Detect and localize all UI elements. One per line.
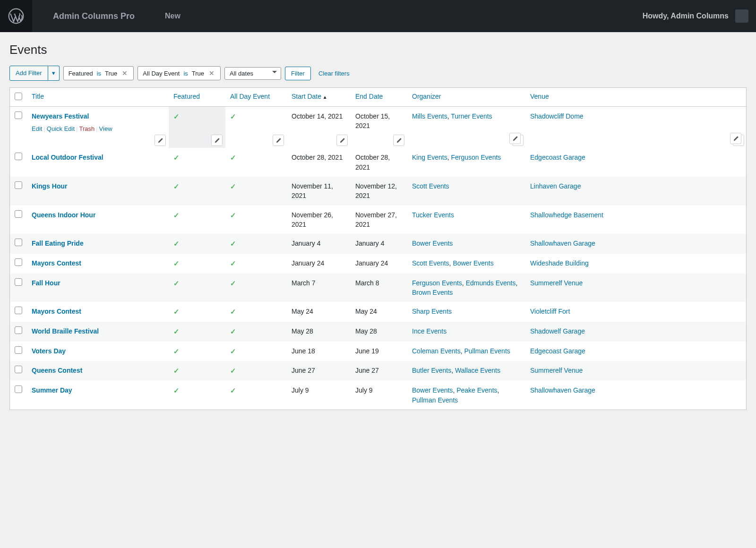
col-start-date[interactable]: Start Date <box>287 88 351 107</box>
add-filter-dropdown[interactable]: ▾ <box>48 66 60 81</box>
organizer-link[interactable]: Pullman Events <box>412 396 458 404</box>
new-content[interactable]: New <box>161 12 180 20</box>
filter-button[interactable]: Filter <box>285 67 311 80</box>
organizer-link[interactable]: Edmunds Events <box>466 279 516 287</box>
edit-link[interactable]: Edit <box>32 125 42 132</box>
row-checkbox[interactable] <box>15 153 22 160</box>
clear-filters-link[interactable]: Clear filters <box>315 67 353 80</box>
inline-edit-icon[interactable] <box>211 135 223 146</box>
trash-link[interactable]: Trash <box>79 125 94 132</box>
inline-edit-icon[interactable] <box>730 133 741 144</box>
organizer-link[interactable]: Pullman Events <box>464 347 510 355</box>
end-date: January 4 <box>355 240 384 247</box>
event-title-link[interactable]: Mayors Contest <box>32 308 81 315</box>
check-icon: ✓ <box>230 112 236 120</box>
venue-link[interactable]: Shallowhaven Garage <box>530 240 595 247</box>
view-link[interactable]: View <box>99 125 112 132</box>
row-checkbox[interactable] <box>15 307 22 314</box>
inline-edit-icon[interactable] <box>155 135 166 146</box>
end-date: November 12, 2021 <box>355 182 397 199</box>
organizer-link[interactable]: Scott Events <box>412 182 449 190</box>
col-organizer[interactable]: Organizer <box>407 88 525 107</box>
venue-link[interactable]: Edgecoast Garage <box>530 154 585 161</box>
venue-link[interactable]: Summerelf Venue <box>530 279 583 287</box>
dates-select[interactable]: All dates <box>224 67 281 80</box>
col-allday[interactable]: All Day Event <box>225 88 287 107</box>
organizer-link[interactable]: King Events <box>412 154 447 161</box>
table-row: Summer Day✓✓July 9July 9Bower Events, Pe… <box>10 381 747 410</box>
event-title-link[interactable]: Queens Indoor Hour <box>32 211 95 219</box>
row-checkbox[interactable] <box>15 181 22 189</box>
row-checkbox[interactable] <box>15 239 22 246</box>
organizer-link[interactable]: Scott Events <box>412 259 449 267</box>
row-checkbox[interactable] <box>15 326 22 334</box>
event-title-link[interactable]: Summer Day <box>32 386 72 394</box>
organizer-link[interactable]: Tucker Events <box>412 211 454 219</box>
admin-bar: Admin Columns Pro New Howdy, Admin Colum… <box>0 0 756 32</box>
select-all-checkbox[interactable] <box>15 93 22 100</box>
row-checkbox[interactable] <box>15 278 22 286</box>
table-row: Queens Indoor Hour✓✓November 26, 2021Nov… <box>10 206 747 234</box>
inline-edit-icon[interactable] <box>336 135 348 146</box>
table-row: Fall Eating Pride✓✓January 4January 4Bow… <box>10 234 747 254</box>
wordpress-logo[interactable] <box>0 0 32 32</box>
organizer-link[interactable]: Peake Events <box>456 386 497 394</box>
event-title-link[interactable]: Fall Eating Pride <box>32 240 84 247</box>
organizer-link[interactable]: Ferguson Events <box>451 154 501 161</box>
organizer-link[interactable]: Sharp Events <box>412 308 452 315</box>
venue-link[interactable]: Edgecoast Garage <box>530 347 585 355</box>
organizer-link[interactable]: Turner Events <box>451 112 492 120</box>
row-checkbox[interactable] <box>15 210 22 218</box>
organizer-link[interactable]: Bower Events <box>412 386 453 394</box>
avatar <box>735 9 748 23</box>
col-end-date[interactable]: End Date <box>351 88 407 107</box>
venue-link[interactable]: Violetcliff Fort <box>530 308 570 315</box>
event-title-link[interactable]: Kings Hour <box>32 182 67 190</box>
howdy-account[interactable]: Howdy, Admin Columns <box>643 9 748 23</box>
col-venue[interactable]: Venue <box>525 88 747 107</box>
event-title-link[interactable]: Queens Contest <box>32 367 82 374</box>
venue-link[interactable]: Summerelf Venue <box>530 367 583 374</box>
venue-link[interactable]: Shallowhedge Basement <box>530 211 603 219</box>
row-checkbox[interactable] <box>15 346 22 354</box>
inline-edit-icon[interactable] <box>509 133 521 144</box>
organizer-link[interactable]: Wallace Events <box>455 367 500 374</box>
chip-remove-icon[interactable]: ✕ <box>208 69 215 77</box>
start-date: July 9 <box>292 386 309 394</box>
venue-link[interactable]: Shadowcliff Dome <box>530 112 584 120</box>
organizer-link[interactable]: Ince Events <box>412 327 447 335</box>
row-checkbox[interactable] <box>15 366 22 373</box>
venue-link[interactable]: Linhaven Garage <box>530 182 581 190</box>
inline-edit-icon[interactable] <box>393 135 404 146</box>
row-checkbox[interactable] <box>15 258 22 266</box>
col-title[interactable]: Title <box>27 88 169 107</box>
organizer-link[interactable]: Ferguson Events <box>412 279 462 287</box>
event-title-link[interactable]: Local Outdoor Festival <box>32 154 103 161</box>
chip-remove-icon[interactable]: ✕ <box>121 69 129 77</box>
check-icon: ✓ <box>173 154 180 162</box>
event-title-link[interactable]: World Braille Festival <box>32 327 99 335</box>
event-title-link[interactable]: Fall Hour <box>32 279 60 287</box>
start-date: January 24 <box>292 259 324 267</box>
row-checkbox[interactable] <box>15 111 22 119</box>
col-featured[interactable]: Featured <box>169 88 225 107</box>
table-row: Queens Contest✓✓June 27June 27Butler Eve… <box>10 361 747 381</box>
organizer-link[interactable]: Bower Events <box>453 259 493 267</box>
organizer-link[interactable]: Mills Events <box>412 112 447 120</box>
row-checkbox[interactable] <box>15 385 22 393</box>
organizer-link[interactable]: Butler Events <box>412 367 451 374</box>
quick-edit-link[interactable]: Quick Edit <box>47 125 75 132</box>
event-title-link[interactable]: Newyears Festival <box>32 112 89 120</box>
table-row: Kings Hour✓✓November 11, 2021November 12… <box>10 177 747 206</box>
inline-edit-icon[interactable] <box>273 135 284 146</box>
venue-link[interactable]: Wideshade Building <box>530 259 589 267</box>
add-filter-button[interactable]: Add Filter <box>9 66 48 81</box>
organizer-link[interactable]: Bower Events <box>412 240 453 247</box>
venue-link[interactable]: Shallowhaven Garage <box>530 386 595 394</box>
organizer-link[interactable]: Brown Events <box>412 289 453 296</box>
site-title[interactable]: Admin Columns Pro <box>53 11 135 21</box>
organizer-link[interactable]: Coleman Events <box>412 347 461 355</box>
venue-link[interactable]: Shadowelf Garage <box>530 327 585 335</box>
event-title-link[interactable]: Mayors Contest <box>32 259 81 267</box>
event-title-link[interactable]: Voters Day <box>32 347 66 355</box>
